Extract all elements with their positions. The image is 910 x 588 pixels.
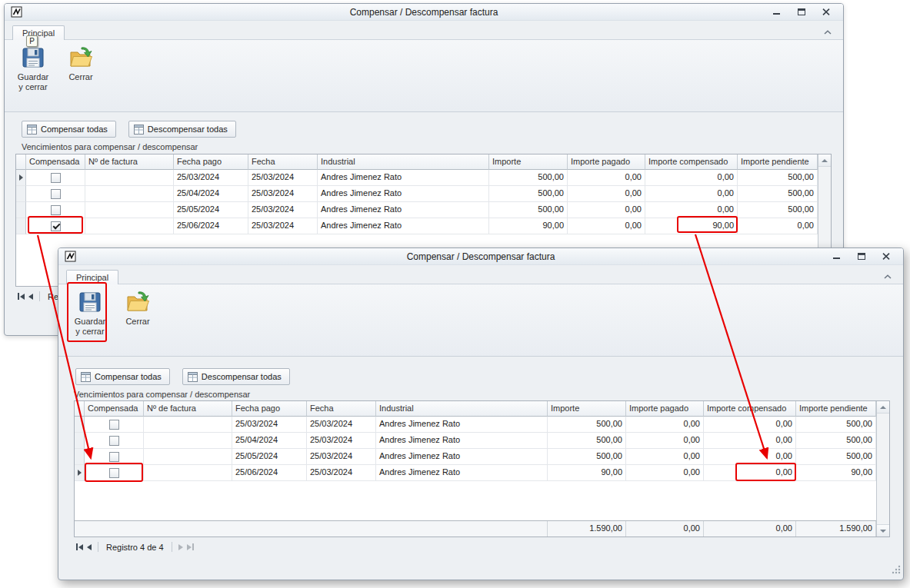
column-header[interactable]: Fecha	[307, 401, 376, 417]
minimize-button[interactable]	[831, 251, 843, 262]
grid-cell[interactable]: 90,00	[645, 218, 738, 234]
grid-cell[interactable]: 25/03/2024	[307, 465, 376, 481]
close-button[interactable]	[820, 7, 832, 18]
nav-next-button[interactable]	[178, 544, 183, 550]
cerrar-button[interactable]: Cerrar	[117, 287, 158, 356]
grid-cell[interactable]: 500,00	[548, 417, 626, 433]
ribbon-collapse-icon[interactable]	[883, 274, 892, 280]
grid-cell[interactable]: 500,00	[489, 202, 568, 218]
grid-cell[interactable]: 500,00	[796, 433, 876, 449]
column-header[interactable]: Importe pendiente	[738, 154, 818, 170]
column-header[interactable]: Compensada	[26, 154, 85, 170]
grid-cell[interactable]	[85, 170, 174, 186]
grid-cell[interactable]: 0,00	[626, 433, 704, 449]
column-header[interactable]: Importe	[548, 401, 626, 417]
column-header[interactable]: Importe pagado	[568, 154, 645, 170]
nav-last-button[interactable]	[187, 543, 194, 550]
grid-cell[interactable]: 0,00	[626, 465, 704, 481]
grid-cell[interactable]: 0,00	[645, 186, 738, 202]
column-header[interactable]: Importe	[489, 154, 568, 170]
scroll-up-button[interactable]	[818, 154, 831, 167]
column-header[interactable]: Nº de factura	[85, 154, 174, 170]
compensada-cell[interactable]	[26, 202, 85, 218]
compensada-cell[interactable]	[85, 433, 144, 449]
tab-principal[interactable]: Principal	[12, 25, 65, 40]
grid-cell[interactable]: 90,00	[796, 465, 876, 481]
grid-cell[interactable]: 0,00	[568, 218, 645, 234]
grid-cell[interactable]: 25/03/2024	[307, 449, 376, 465]
titlebar[interactable]: Compensar / Descompensar factura	[5, 4, 843, 21]
grid-cell[interactable]: Andres Jimenez Rato	[318, 218, 489, 234]
grid-cell[interactable]: 0,00	[626, 449, 704, 465]
compensar-todas-button[interactable]: Compensar todas	[22, 121, 116, 138]
grid-cell[interactable]: 25/03/2024	[174, 170, 248, 186]
grid-cell[interactable]	[85, 218, 174, 234]
grid-cell[interactable]: 0,00	[704, 465, 796, 481]
grid-cell[interactable]: 0,00	[568, 186, 645, 202]
column-header[interactable]: Fecha pago	[232, 401, 307, 417]
grid-cell[interactable]	[85, 186, 174, 202]
column-header[interactable]: Importe pendiente	[796, 401, 876, 417]
grid-cell[interactable]: 25/03/2024	[307, 417, 376, 433]
tab-principal[interactable]: Principal	[66, 270, 118, 284]
column-header[interactable]: Importe compensado	[645, 154, 738, 170]
compensada-cell[interactable]	[26, 218, 85, 234]
grid-cell[interactable]: Andres Jimenez Rato	[376, 417, 548, 433]
titlebar[interactable]: Compensar / Descompensar factura	[58, 248, 903, 265]
column-header[interactable]: Industrial	[318, 154, 489, 170]
grid-cell[interactable]: 500,00	[738, 170, 818, 186]
grid-cell[interactable]: 500,00	[489, 170, 568, 186]
descompensar-todas-button[interactable]: Descompensar todas	[182, 368, 290, 385]
grid-cell[interactable]	[144, 433, 232, 449]
compensada-checkbox[interactable]	[109, 452, 119, 462]
column-header[interactable]: Industrial	[376, 401, 548, 417]
grid-cell[interactable]: 25/04/2024	[174, 186, 248, 202]
close-button[interactable]	[880, 251, 892, 262]
grid-cell[interactable]: 25/06/2024	[232, 465, 307, 481]
grid-cell[interactable]: 500,00	[738, 202, 818, 218]
grid-cell[interactable]: 25/05/2024	[232, 449, 307, 465]
grid-cell[interactable]: 500,00	[489, 186, 568, 202]
grid-cell[interactable]: 0,00	[568, 170, 645, 186]
grid-cell[interactable]	[144, 449, 232, 465]
grid-cell[interactable]: 500,00	[738, 186, 818, 202]
grid-cell[interactable]: 25/04/2024	[232, 433, 307, 449]
grid-cell[interactable]: 0,00	[626, 417, 704, 433]
grid-cell[interactable]: 25/03/2024	[307, 433, 376, 449]
compensada-cell[interactable]	[85, 417, 144, 433]
grid-cell[interactable]: 25/03/2024	[248, 218, 318, 234]
compensada-cell[interactable]	[26, 186, 85, 202]
grid-cell[interactable]: 0,00	[704, 449, 796, 465]
grid-cell[interactable]: 25/03/2024	[232, 417, 307, 433]
nav-prev-button[interactable]	[28, 294, 33, 300]
scroll-up-button[interactable]	[877, 401, 889, 414]
compensar-todas-button[interactable]: Compensar todas	[75, 368, 170, 385]
grid-cell[interactable]: 500,00	[796, 417, 876, 433]
compensada-checkbox[interactable]	[109, 436, 119, 446]
grid-cell[interactable]: Andres Jimenez Rato	[376, 433, 548, 449]
grid-cell[interactable]: 0,00	[704, 433, 796, 449]
grid-cell[interactable]: 500,00	[548, 433, 626, 449]
grid-cell[interactable]: 0,00	[645, 202, 738, 218]
column-header[interactable]: Compensada	[85, 401, 144, 417]
column-header[interactable]: Nº de factura	[144, 401, 232, 417]
nav-first-button[interactable]	[18, 293, 25, 300]
grid-cell[interactable]: 500,00	[548, 449, 626, 465]
column-header[interactable]: Importe compensado	[704, 401, 796, 417]
grid-cell[interactable]: 25/06/2024	[174, 218, 248, 234]
vertical-scrollbar[interactable]	[876, 401, 889, 537]
grid-cell[interactable]: 25/03/2024	[248, 202, 318, 218]
grid-cell[interactable]: Andres Jimenez Rato	[376, 465, 548, 481]
cerrar-button[interactable]: Cerrar	[60, 43, 102, 111]
minimize-button[interactable]	[771, 7, 783, 18]
guardar-y-cerrar-button[interactable]: Guardar y cerrar	[69, 287, 111, 356]
column-header[interactable]: Fecha pago	[174, 154, 248, 170]
compensada-checkbox[interactable]	[51, 173, 61, 183]
compensada-checkbox[interactable]	[51, 189, 61, 199]
nav-first-button[interactable]	[76, 543, 83, 550]
grid-cell[interactable]: 25/03/2024	[248, 170, 318, 186]
grid-cell[interactable]: Andres Jimenez Rato	[376, 449, 548, 465]
compensada-cell[interactable]	[85, 465, 144, 481]
grid-cell[interactable]	[85, 202, 174, 218]
maximize-button[interactable]	[855, 251, 868, 262]
